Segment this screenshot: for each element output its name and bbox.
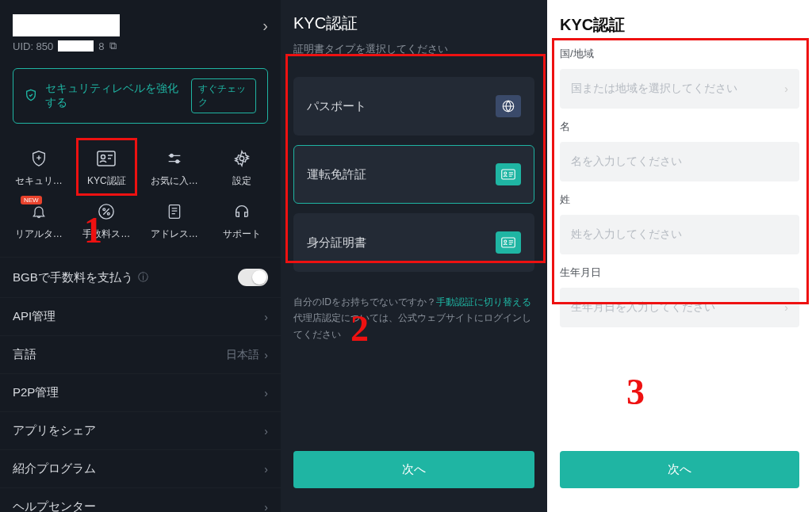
svg-rect-8: [169, 205, 179, 219]
row-api[interactable]: API管理 ›: [0, 297, 281, 335]
lastname-input[interactable]: 姓を入力してください: [560, 215, 799, 254]
page-subtitle: 証明書タイプを選択してください: [281, 42, 547, 67]
headset-icon: [231, 201, 253, 223]
next-button[interactable]: 次へ: [560, 451, 799, 488]
grid-security[interactable]: セキュリ…: [5, 141, 73, 194]
row-bgb-fee[interactable]: BGBで手数料を支払う ⓘ: [0, 257, 281, 297]
addressbook-icon: [163, 201, 186, 223]
chevron-right-icon: ›: [264, 425, 268, 437]
chevron-right-icon: ›: [784, 82, 788, 95]
row-share[interactable]: アプリをシェア ›: [0, 411, 281, 449]
grid-favorites[interactable]: お気に入…: [140, 141, 209, 194]
highlight-box: [76, 138, 138, 196]
chevron-right-icon: ›: [264, 463, 268, 476]
row-p2p[interactable]: P2P管理 ›: [0, 373, 281, 411]
row-label: BGBで手数料を支払う: [13, 270, 133, 285]
help-prefix: 自分のIDをお持ちでないですか？: [293, 296, 436, 308]
shield-plus-icon: [28, 147, 50, 170]
grid-label: セキュリ…: [15, 174, 63, 188]
placeholder: 姓を入力してください: [571, 227, 682, 242]
security-banner-text: セキュリティレベルを強化する: [45, 82, 183, 110]
grid-address[interactable]: アドレス…: [140, 194, 209, 247]
sliders-icon: [163, 147, 186, 170]
grid-fees[interactable]: 手数料ス…: [73, 194, 141, 247]
row-label: ヘルプセンター: [13, 499, 96, 512]
svg-point-7: [108, 212, 110, 215]
uid-row: UID: 850 8 ⧉: [13, 40, 268, 52]
bgb-toggle[interactable]: [238, 269, 268, 286]
license-icon: [496, 163, 521, 185]
grid-settings[interactable]: 設定: [209, 141, 277, 194]
security-banner[interactable]: セキュリティレベルを強化する すぐチェック: [13, 68, 268, 124]
settings-list: BGBで手数料を支払う ⓘ API管理 › 言語 日本語› P2P管理 › アプ…: [0, 257, 281, 512]
info-icon[interactable]: ⓘ: [138, 270, 148, 285]
firstname-input[interactable]: 名を入力してください: [560, 142, 799, 181]
kyc-form-panel: KYC認証 国/地域 国または地域を選択してください › 名 名を入力してくださ…: [547, 0, 812, 512]
svg-point-6: [103, 208, 105, 211]
grid-support[interactable]: サポート: [209, 194, 277, 247]
placeholder: 生年月日を入力してください: [571, 300, 715, 315]
new-badge: NEW: [21, 196, 42, 204]
help-text: 自分のIDをお持ちでないですか？手動認証に切り替える 代理店認定については、公式…: [281, 281, 547, 355]
option-label: パスポート: [307, 99, 366, 114]
copy-icon[interactable]: ⧉: [109, 40, 117, 52]
placeholder: 名を入力してください: [571, 155, 682, 169]
shield-check-icon: [25, 89, 37, 104]
settings-panel: › UID: 850 8 ⧉ セキュリティレベルを強化する すぐチェック セキュ…: [0, 0, 281, 512]
security-check-button[interactable]: すぐチェック: [191, 78, 256, 113]
uid-suffix: 8: [98, 40, 104, 52]
uid-prefix: UID: 850: [13, 40, 53, 52]
grid-label: リアルタ…: [15, 227, 63, 241]
chevron-right-icon: ›: [264, 311, 268, 323]
svg-point-2: [170, 155, 173, 158]
field-label: 名: [560, 120, 799, 134]
field-dob: 生年月日 生年月日を入力してください ›: [547, 266, 812, 338]
doc-option-passport[interactable]: パスポート: [293, 77, 534, 136]
row-language[interactable]: 言語 日本語›: [0, 335, 281, 373]
uid-masked: [58, 40, 94, 52]
language-value: 日本語: [226, 348, 259, 362]
globe-icon: [496, 95, 521, 117]
grid-label: 設定: [232, 174, 251, 188]
page-title: KYC認証: [547, 0, 812, 47]
username-masked: [13, 14, 120, 36]
field-lastname: 姓 姓を入力してください: [547, 193, 812, 266]
id-icon: [496, 231, 521, 254]
placeholder: 国または地域を選択してください: [571, 82, 737, 96]
manual-auth-link[interactable]: 手動認証に切り替える: [436, 296, 531, 308]
row-label: P2P管理: [13, 385, 59, 400]
gear-icon: [231, 147, 253, 170]
next-button[interactable]: 次へ: [293, 451, 534, 488]
chevron-right-icon: ›: [264, 501, 268, 513]
doc-option-license[interactable]: 運転免許証: [293, 145, 534, 204]
svg-point-4: [240, 156, 245, 161]
country-select[interactable]: 国または地域を選択してください ›: [560, 69, 799, 109]
chevron-right-icon: ›: [264, 349, 268, 361]
row-label: 紹介プログラム: [13, 461, 96, 476]
row-label: API管理: [13, 309, 56, 324]
help-rest: 代理店認定については、公式ウェブサイトにログインしてください: [293, 312, 531, 339]
field-firstname: 名 名を入力してください: [547, 120, 812, 193]
profile-chevron-icon[interactable]: ›: [262, 17, 268, 35]
row-referral[interactable]: 紹介プログラム ›: [0, 449, 281, 487]
grid-kyc[interactable]: KYC認証: [73, 141, 141, 194]
row-label: アプリをシェア: [13, 423, 96, 438]
row-label: 言語: [13, 347, 36, 362]
grid-realtime[interactable]: NEW リアルタ…: [5, 194, 73, 247]
option-label: 身分証明書: [307, 235, 366, 250]
field-label: 国/地域: [560, 47, 799, 61]
dob-input[interactable]: 生年月日を入力してください ›: [560, 288, 799, 327]
row-help[interactable]: ヘルプセンター ›: [0, 487, 281, 512]
grid-label: アドレス…: [151, 227, 198, 241]
chevron-right-icon: ›: [264, 387, 268, 399]
step-number-1: 1: [84, 209, 102, 251]
profile-header: › UID: 850 8 ⧉: [0, 0, 281, 59]
field-label: 生年月日: [560, 266, 799, 280]
grid-label: お気に入…: [151, 174, 198, 188]
doc-option-id[interactable]: 身分証明書: [293, 213, 534, 272]
svg-point-3: [176, 160, 179, 163]
svg-point-11: [504, 172, 507, 174]
grid-label: サポート: [223, 227, 261, 241]
kyc-doc-type-panel: KYC認証 証明書タイプを選択してください パスポート 運転免許証 身分証明書 …: [281, 0, 547, 512]
svg-point-13: [504, 240, 507, 243]
